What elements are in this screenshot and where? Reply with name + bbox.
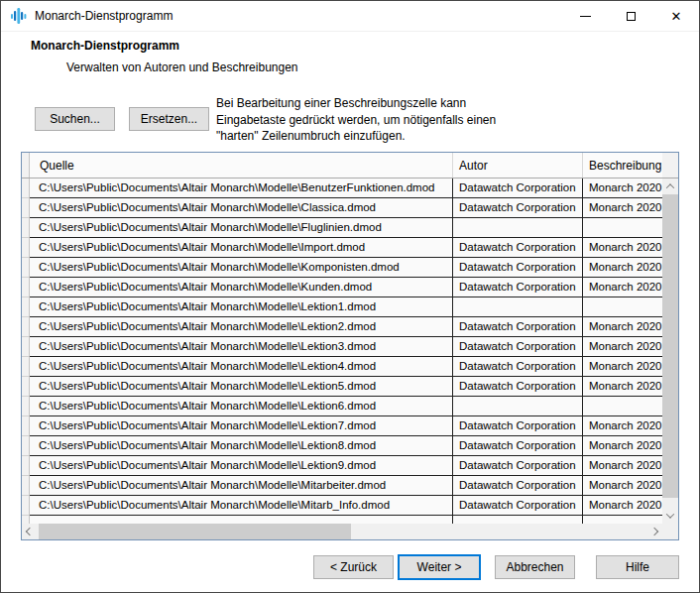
vertical-scrollbar-thumb[interactable]: [662, 194, 678, 498]
cell-autor[interactable]: Datawatch Corporation: [453, 357, 583, 377]
table-row[interactable]: C:\Users\Public\Documents\Altair Monarch…: [22, 416, 662, 436]
row-header[interactable]: [22, 456, 30, 476]
cell-beschreibung[interactable]: Monarch 2020.: [583, 357, 662, 377]
table-row[interactable]: C:\Users\Public\Documents\Altair Monarch…: [22, 238, 662, 258]
cell-quelle[interactable]: C:\Users\Public\Documents\Altair Monarch…: [30, 496, 453, 516]
cell-beschreibung[interactable]: Monarch 2020.: [583, 278, 662, 297]
scroll-left-button[interactable]: [22, 524, 38, 539]
replace-button[interactable]: Ersetzen...: [129, 107, 209, 131]
cell-quelle[interactable]: C:\Users\Public\Documents\Altair Monarch…: [30, 377, 453, 397]
cell-quelle[interactable]: C:\Users\Public\Documents\Altair Monarch…: [30, 178, 453, 198]
table-row[interactable]: C:\Users\Public\Documents\Altair Monarch…: [22, 377, 662, 397]
table-row[interactable]: C:\Users\Public\Documents\Altair Monarch…: [22, 297, 662, 317]
cell-autor[interactable]: Datawatch Corporation: [453, 377, 583, 397]
scroll-right-button[interactable]: [646, 524, 662, 539]
table-row[interactable]: C:\Users\Public\Documents\Altair Monarch…: [22, 357, 662, 377]
cell-beschreibung[interactable]: Monarch 2020.: [583, 377, 662, 397]
cell-autor[interactable]: Datawatch Corporation: [453, 238, 583, 258]
table-row[interactable]: C:\Users\Public\Documents\Altair Monarch…: [22, 397, 662, 416]
table-row[interactable]: C:\Users\Public\Documents\Altair Monarch…: [22, 178, 662, 198]
cell-beschreibung[interactable]: Monarch 2020.: [583, 238, 662, 258]
cell-autor[interactable]: Datawatch Corporation: [453, 476, 583, 496]
row-header[interactable]: [22, 238, 30, 258]
cell-beschreibung[interactable]: Monarch 2020.: [583, 496, 662, 516]
cell-quelle[interactable]: C:\Users\Public\Documents\Altair Monarch…: [30, 258, 453, 278]
column-header-beschreibung[interactable]: Beschreibung: [583, 153, 662, 178]
maximize-button[interactable]: [608, 1, 653, 31]
help-button[interactable]: Hilfe: [596, 555, 679, 579]
table-row[interactable]: C:\Users\Public\Documents\Altair Monarch…: [22, 496, 662, 516]
cell-beschreibung[interactable]: Monarch 2020.: [583, 258, 662, 278]
close-button[interactable]: ✕: [653, 1, 699, 31]
cell-quelle[interactable]: C:\Users\Public\Documents\Altair Monarch…: [30, 416, 453, 436]
cell-quelle[interactable]: C:\Users\Public\Documents\Altair Monarch…: [30, 476, 453, 496]
row-header[interactable]: [22, 496, 30, 516]
table-row[interactable]: C:\Users\Public\Documents\Altair Monarch…: [22, 218, 662, 238]
cell-quelle[interactable]: C:\Users\Public\Documents\Altair Monarch…: [30, 297, 453, 317]
titlebar[interactable]: Monarch-Dienstprogramm ✕: [1, 1, 699, 32]
row-header[interactable]: [22, 178, 30, 198]
table-row[interactable]: C:\Users\Public\Documents\Altair Monarch…: [22, 476, 662, 496]
cell-autor[interactable]: Datawatch Corporation: [453, 178, 583, 198]
row-header[interactable]: [22, 297, 30, 317]
column-header-quelle[interactable]: Quelle: [30, 153, 453, 178]
cell-beschreibung[interactable]: Monarch 2020.: [583, 416, 662, 436]
row-header[interactable]: [22, 278, 30, 297]
row-header[interactable]: [22, 476, 30, 496]
table-row[interactable]: C:\Users\Public\Documents\Altair Monarch…: [22, 258, 662, 278]
cell-beschreibung[interactable]: Monarch 2020.: [583, 317, 662, 337]
cell-autor[interactable]: Datawatch Corporation: [453, 198, 583, 218]
next-button[interactable]: Weiter >: [398, 554, 481, 580]
column-header-autor[interactable]: Autor: [453, 153, 583, 178]
cell-beschreibung[interactable]: [583, 218, 662, 238]
cell-autor[interactable]: [453, 516, 583, 524]
cell-beschreibung[interactable]: Monarch 2020.: [583, 198, 662, 218]
cell-quelle[interactable]: [30, 516, 453, 524]
cell-autor[interactable]: [453, 397, 583, 416]
cell-quelle[interactable]: C:\Users\Public\Documents\Altair Monarch…: [30, 317, 453, 337]
cell-quelle[interactable]: C:\Users\Public\Documents\Altair Monarch…: [30, 397, 453, 416]
minimize-button[interactable]: [562, 1, 608, 31]
row-header[interactable]: [22, 317, 30, 337]
vertical-scrollbar[interactable]: [662, 178, 678, 524]
scroll-down-button[interactable]: [662, 508, 678, 524]
cell-quelle[interactable]: C:\Users\Public\Documents\Altair Monarch…: [30, 198, 453, 218]
cell-beschreibung[interactable]: Monarch 2020.: [583, 178, 662, 198]
horizontal-scrollbar[interactable]: [22, 524, 662, 539]
table-row[interactable]: C:\Users\Public\Documents\Altair Monarch…: [22, 198, 662, 218]
cell-quelle[interactable]: C:\Users\Public\Documents\Altair Monarch…: [30, 278, 453, 297]
row-header[interactable]: [22, 397, 30, 416]
horizontal-scrollbar-thumb[interactable]: [39, 524, 351, 539]
cell-autor[interactable]: Datawatch Corporation: [453, 436, 583, 456]
search-button[interactable]: Suchen...: [35, 107, 115, 131]
table-row[interactable]: C:\Users\Public\Documents\Altair Monarch…: [22, 317, 662, 337]
table-row[interactable]: C:\Users\Public\Documents\Altair Monarch…: [22, 278, 662, 297]
cell-quelle[interactable]: C:\Users\Public\Documents\Altair Monarch…: [30, 357, 453, 377]
row-header[interactable]: [22, 198, 30, 218]
table-row[interactable]: C:\Users\Public\Documents\Altair Monarch…: [22, 337, 662, 357]
scroll-up-button[interactable]: [662, 178, 678, 194]
cell-autor[interactable]: Datawatch Corporation: [453, 317, 583, 337]
cell-beschreibung[interactable]: Monarch 2020.: [583, 436, 662, 456]
cell-beschreibung[interactable]: Monarch 2020.: [583, 456, 662, 476]
back-button[interactable]: < Zurück: [313, 555, 394, 579]
cell-beschreibung[interactable]: Monarch 2020.: [583, 476, 662, 496]
cell-autor[interactable]: Datawatch Corporation: [453, 456, 583, 476]
cancel-button[interactable]: Abbrechen: [495, 555, 575, 579]
row-header[interactable]: [22, 258, 30, 278]
cell-autor[interactable]: [453, 218, 583, 238]
cell-quelle[interactable]: C:\Users\Public\Documents\Altair Monarch…: [30, 218, 453, 238]
row-header[interactable]: [22, 337, 30, 357]
cell-autor[interactable]: Datawatch Corporation: [453, 416, 583, 436]
table-row-partial[interactable]: [22, 516, 662, 524]
cell-quelle[interactable]: C:\Users\Public\Documents\Altair Monarch…: [30, 337, 453, 357]
table-row[interactable]: C:\Users\Public\Documents\Altair Monarch…: [22, 436, 662, 456]
cell-autor[interactable]: Datawatch Corporation: [453, 258, 583, 278]
cell-autor[interactable]: Datawatch Corporation: [453, 278, 583, 297]
row-header[interactable]: [22, 218, 30, 238]
cell-beschreibung[interactable]: [583, 397, 662, 416]
row-header[interactable]: [22, 377, 30, 397]
cell-quelle[interactable]: C:\Users\Public\Documents\Altair Monarch…: [30, 238, 453, 258]
cell-beschreibung[interactable]: Monarch 2020.: [583, 337, 662, 357]
cell-autor[interactable]: Datawatch Corporation: [453, 337, 583, 357]
